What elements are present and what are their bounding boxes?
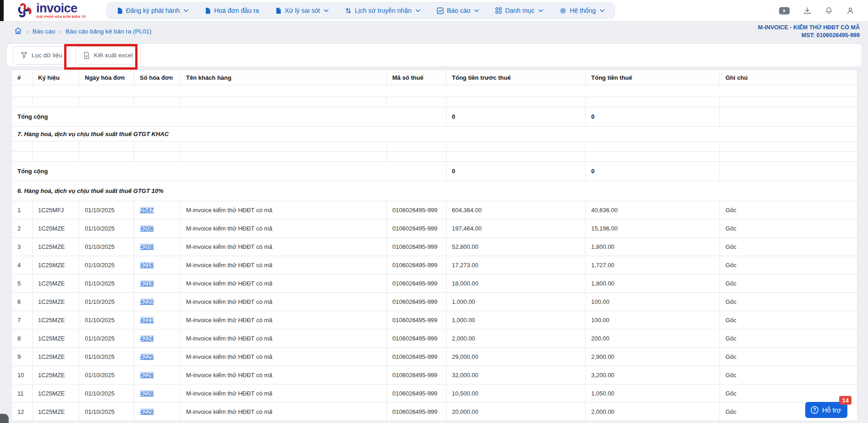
cell-ghi-chu: Gốc <box>720 220 857 238</box>
bell-icon[interactable] <box>825 7 833 15</box>
company-name: M-INVOICE - KIỂM THỬ HĐĐT CÓ MÃ <box>758 24 860 32</box>
cell-ky-hieu: 1C25MZE <box>33 385 79 403</box>
question-icon: ? <box>810 406 819 414</box>
support-button[interactable]: ? Hỗ trợ 14 <box>805 402 847 418</box>
cell-so-hoa-don: 4216 <box>134 256 181 275</box>
table-row: 71C25MZE01/10/20254221M-invoice kiểm thử… <box>12 311 857 330</box>
chevron-down-icon <box>416 9 420 12</box>
cell-ten-khach-hang: M-invoice kiểm thử HĐĐT có mã <box>181 311 387 330</box>
invoice-number-link[interactable]: 4229 <box>140 408 154 415</box>
nav-item-2[interactable]: Hoá đơn đầu ra <box>205 7 259 14</box>
chevron-down-icon <box>538 9 543 12</box>
nav-item-1[interactable]: Đăng ký phát hành <box>117 7 189 14</box>
table-row: 41C25MZE01/10/20254216M-invoice kiểm thử… <box>12 256 857 275</box>
table-row: 81C25MZE01/10/20254224M-invoice kiểm thử… <box>12 330 857 348</box>
breadcrumb-current-page[interactable]: Báo cáo bảng kê bán ra (PL01) <box>66 28 152 35</box>
cell-so-hoa-don: 4226 <box>134 366 181 385</box>
download-icon[interactable] <box>803 7 811 15</box>
cell-ghi-chu: Gốc <box>720 348 857 366</box>
youtube-icon[interactable] <box>779 7 790 15</box>
grid-icon <box>495 7 502 14</box>
cell-ngay-hoa-don: 01/10/2025 <box>79 201 134 220</box>
cell-ngay-hoa-don: 01/10/2025 <box>79 220 134 238</box>
nav-item-label: Đăng ký phát hành <box>126 7 180 14</box>
top-navbar: invoice GIẢI PHÁP HÓA ĐƠN ĐIỆN TỬ Đăng k… <box>0 0 868 22</box>
cell-index: 3 <box>12 238 33 256</box>
invoice-number-link[interactable]: 4206 <box>140 225 154 232</box>
report-table: #Ký hiệuNgày hóa đơnSố hóa đơnTên khách … <box>11 70 857 421</box>
document-icon <box>117 7 123 14</box>
nav-item-7[interactable]: Hệ thống <box>560 7 604 14</box>
cell-tong-tien-truoc-thue: 29,000.00 <box>446 348 586 366</box>
section-title: 7. Hàng hoá, dịch vụ chịu thuế suất thuế… <box>12 126 857 142</box>
cell-tong-tien-truoc-thue: 52,800.00 <box>446 238 586 256</box>
browser-edge-strip <box>0 0 4 21</box>
cell-tong-tien-thue: 100.00 <box>586 311 720 330</box>
cell-ngay-hoa-don: 01/10/2025 <box>79 256 134 275</box>
cell-tong-tien-truoc-thue: 18,000.00 <box>446 275 586 293</box>
filter-data-button[interactable]: Lọc dữ liệu <box>13 46 70 65</box>
cell-tong-tien-thue: 2,000.00 <box>586 403 720 421</box>
cell-tong-tien-truoc-thue: 1,000.00 <box>446 311 586 330</box>
empty-row <box>12 142 857 152</box>
export-excel-button[interactable]: Kết xuất excel <box>76 46 141 65</box>
invoice-number-link[interactable]: 4225 <box>140 353 154 360</box>
nav-item-3[interactable]: Xử lý sai sót <box>275 7 329 14</box>
cell-tong-tien-truoc-thue: 20,000.00 <box>446 403 586 421</box>
cell-ten-khach-hang: M-invoice kiểm thử HĐĐT có mã <box>181 403 387 421</box>
column-header-0: # <box>12 70 33 85</box>
table-row: 91C25MZE01/10/20254225M-invoice kiểm thử… <box>12 348 857 366</box>
report-toolbar: Lọc dữ liệu Kết xuất excel <box>6 44 862 67</box>
cell-ma-so-thue: 0106026495-999 <box>387 275 446 293</box>
invoice-number-link[interactable]: 4228 <box>140 390 154 397</box>
invoice-number-link[interactable]: 4221 <box>140 317 154 324</box>
empty-row <box>12 152 857 162</box>
cell-ma-so-thue: 0106026495-999 <box>387 403 446 421</box>
invoice-number-link[interactable]: 4216 <box>140 262 154 269</box>
table-row: 21C25MZE01/10/20254206M-invoice kiểm thử… <box>12 220 857 238</box>
cell-ky-hieu: 1C25MZE <box>33 238 79 256</box>
home-icon[interactable] <box>14 27 22 36</box>
nav-item-6[interactable]: Danh mục <box>495 7 543 14</box>
user-icon[interactable] <box>846 7 854 15</box>
cell-tong-tien-thue: 3,200.00 <box>586 366 720 385</box>
transfer-icon <box>345 7 352 14</box>
cell-so-hoa-don: 4206 <box>134 220 181 238</box>
chevron-right-icon: › <box>59 28 61 35</box>
cell-ma-so-thue: 0106026495-999 <box>387 385 446 403</box>
invoice-number-link[interactable]: 4219 <box>140 280 154 287</box>
app-logo[interactable]: invoice GIẢI PHÁP HÓA ĐƠN ĐIỆN TỬ <box>16 2 86 19</box>
svg-text:?: ? <box>813 407 816 412</box>
column-header-6: Tổng tiền trước thuế <box>446 70 586 85</box>
cell-ten-khach-hang: M-invoice kiểm thử HĐĐT có mã <box>181 330 387 348</box>
chevron-down-icon <box>474 9 479 12</box>
invoice-number-link[interactable]: 4224 <box>140 335 154 342</box>
cell-ma-so-thue: 0106026495-999 <box>387 220 446 238</box>
nav-item-4[interactable]: Lịch sử truyền nhận <box>345 7 420 14</box>
cell-tong-tien-thue: 1,800.00 <box>586 275 720 293</box>
filter-icon <box>21 52 27 59</box>
cell-ten-khach-hang: M-invoice kiểm thử HĐĐT có mã <box>181 201 387 220</box>
invoice-number-link[interactable]: 4220 <box>140 298 154 305</box>
section-title-row <box>12 85 857 97</box>
cell-index: 1 <box>12 201 33 220</box>
nav-item-5[interactable]: Báo cáo <box>437 7 479 14</box>
cell-ky-hieu: 1C25MZE <box>33 220 79 238</box>
nav-item-label: Lịch sử truyền nhận <box>355 7 412 14</box>
total-note <box>720 162 857 181</box>
navbar-right-icons <box>779 7 854 15</box>
invoice-number-link[interactable]: 4226 <box>140 372 154 379</box>
table-header-row: #Ký hiệuNgày hóa đơnSố hóa đơnTên khách … <box>12 70 857 85</box>
cell-ghi-chu: Gốc <box>720 330 857 348</box>
invoice-number-link[interactable]: 2547 <box>140 207 154 214</box>
column-header-8: Ghi chú <box>720 70 857 85</box>
section-title: 6. Hàng hoá, dịch vụ chịu thuế suất thuế… <box>12 181 857 201</box>
invoice-number-link[interactable]: 4208 <box>140 243 154 250</box>
breadcrumb-bao-cao[interactable]: Báo cáo <box>33 28 55 35</box>
cell-ngay-hoa-don: 01/10/2025 <box>79 238 134 256</box>
cell-index: 9 <box>12 348 33 366</box>
cell-ngay-hoa-don: 01/10/2025 <box>79 403 134 421</box>
cell-tong-tien-thue: 40,636.00 <box>586 201 720 220</box>
corner-overlay <box>0 414 9 423</box>
cell-ghi-chu: Gốc <box>720 366 857 385</box>
